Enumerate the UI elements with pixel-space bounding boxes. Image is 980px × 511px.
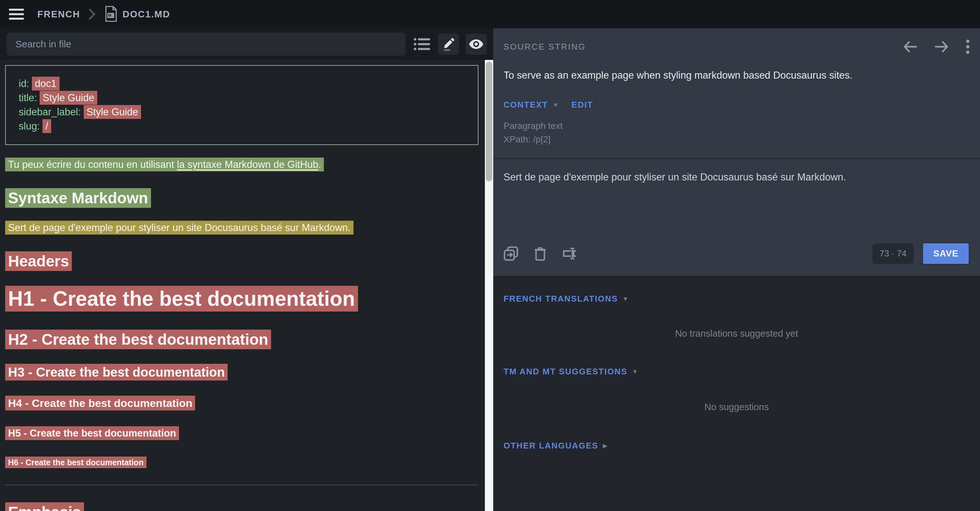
context-type: Paragraph text: [504, 121, 970, 131]
heading-h1[interactable]: H1 - Create the best documentation: [5, 287, 480, 311]
code-line: title: Style Guide: [19, 91, 465, 105]
breadcrumb-file[interactable]: DOC1.MD: [123, 9, 170, 20]
chevron-right-icon: [88, 8, 96, 21]
heading-headers[interactable]: Headers: [5, 252, 480, 270]
heading-h6[interactable]: H6 - Create the best documentation: [5, 458, 480, 467]
svg-text:M↓: M↓: [108, 13, 113, 18]
context-toggle[interactable]: CONTEXT: [504, 100, 548, 110]
search-input[interactable]: [6, 32, 406, 56]
tm-mt-suggestions-toggle[interactable]: TM AND MT SUGGESTIONS: [504, 367, 627, 377]
char-count-badge: 73 · 74: [872, 244, 914, 264]
edit-context-link[interactable]: EDIT: [571, 100, 593, 110]
document-preview-panel: id: doc1 title: Style Guide sidebar_labe…: [0, 28, 493, 511]
code-line: sidebar_label: Style Guide: [19, 105, 465, 119]
github-markdown-link: la syntaxe Markdown de GitHub: [177, 159, 318, 170]
source-string-text: To serve as an example page when styling…: [504, 70, 970, 81]
heading-h5[interactable]: H5 - Create the best documentation: [5, 428, 480, 439]
selected-string-paragraph[interactable]: Sert de page d'exemple pour styliser un …: [5, 222, 480, 234]
french-translations-toggle[interactable]: FRENCH TRANSLATIONS: [504, 294, 618, 304]
heading-syntaxe-markdown[interactable]: Syntaxe Markdown: [5, 189, 480, 207]
delete-translation-icon[interactable]: [534, 246, 547, 261]
markdown-file-icon: M↓: [104, 6, 118, 22]
document-content: id: doc1 title: Style Guide sidebar_labe…: [0, 60, 493, 511]
chevron-down-icon: ▼: [632, 368, 638, 375]
chevron-down-icon: ▼: [552, 102, 558, 109]
frontmatter-code-block: id: doc1 title: Style Guide sidebar_labe…: [5, 65, 479, 145]
search-row: [0, 28, 493, 60]
context-xpath: XPath: /p[2]: [504, 134, 970, 145]
translation-panel: SOURCE STRING To serve as an example pag…: [493, 28, 980, 511]
chevron-right-icon: ▶: [603, 442, 608, 449]
previous-string-button[interactable]: [903, 41, 918, 53]
translation-input[interactable]: Sert de page d'exemple pour styliser un …: [504, 159, 970, 234]
no-translations-message: No translations suggested yet: [504, 328, 970, 339]
heading-h4[interactable]: H4 - Create the best documentation: [5, 397, 480, 409]
menu-icon[interactable]: [9, 9, 24, 20]
save-button[interactable]: SAVE: [922, 242, 970, 265]
string-list-icon[interactable]: [414, 36, 431, 52]
intro-paragraph[interactable]: Tu peux écrire du contenu en utilisant l…: [5, 158, 480, 171]
scrollbar-thumb[interactable]: [486, 62, 492, 181]
heading-emphasis[interactable]: Emphasis: [5, 503, 480, 511]
heading-h2[interactable]: H2 - Create the best documentation: [5, 331, 480, 348]
horizontal-rule: [5, 485, 479, 485]
no-suggestions-message: No suggestions: [504, 402, 970, 412]
code-line: id: doc1: [19, 77, 465, 91]
eye-icon: [469, 39, 484, 49]
chevron-down-icon: ▼: [622, 295, 628, 303]
more-options-icon[interactable]: [966, 39, 970, 54]
pencil-icon: [442, 37, 455, 51]
clear-text-icon[interactable]: [562, 246, 578, 261]
source-string-card: SOURCE STRING To serve as an example pag…: [493, 28, 980, 276]
edit-mode-button[interactable]: [438, 34, 459, 55]
document-scrollbar[interactable]: [485, 60, 493, 511]
heading-h3[interactable]: H3 - Create the best documentation: [5, 365, 480, 380]
next-string-button[interactable]: [934, 41, 949, 53]
breadcrumb-project[interactable]: FRENCH: [37, 9, 80, 20]
copy-source-icon[interactable]: [504, 246, 518, 261]
preview-mode-button[interactable]: [466, 34, 487, 55]
other-languages-toggle[interactable]: OTHER LANGUAGES: [504, 441, 598, 451]
suggestion-sections: FRENCH TRANSLATIONS ▼ No translations su…: [493, 276, 980, 451]
code-line: slug: /: [19, 119, 465, 133]
top-bar: FRENCH M↓ DOC1.MD: [0, 0, 980, 28]
source-string-title: SOURCE STRING: [504, 42, 586, 52]
